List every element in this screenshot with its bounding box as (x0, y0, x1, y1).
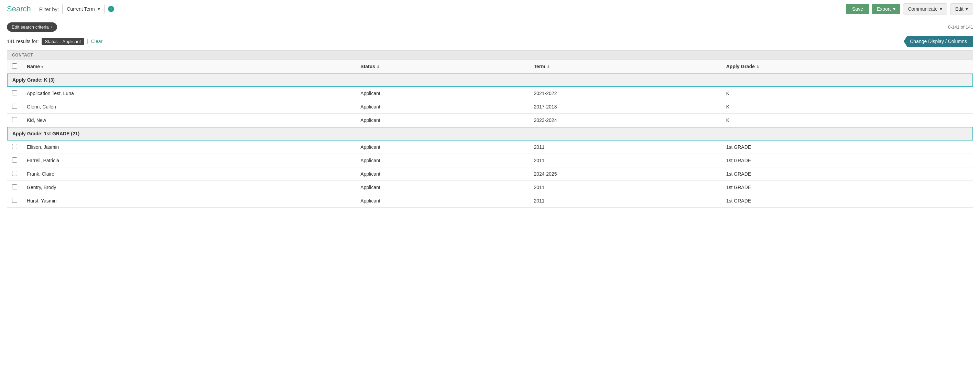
row-term: 2017-2018 (529, 100, 721, 113)
row-grade: K (721, 113, 973, 128)
toolbar-row: Edit search criteria › 0-141 of 141 (0, 18, 980, 34)
row-term: 2011 (529, 154, 721, 167)
edit-search-button[interactable]: Edit search criteria › (7, 22, 57, 32)
status-badge: Status = Applicant (41, 38, 84, 45)
row-term: 2024-2025 (529, 167, 721, 181)
row-checkbox-cell[interactable] (7, 113, 22, 128)
row-checkbox[interactable] (12, 184, 17, 189)
row-checkbox-cell[interactable] (7, 100, 22, 113)
apply-grade-sort-icon: ⇕ (756, 65, 759, 69)
edit-search-label: Edit search criteria (12, 24, 49, 30)
row-status: Applicant (356, 181, 529, 194)
edit-search-chevron-icon: › (51, 24, 52, 30)
row-checkbox-cell[interactable] (7, 140, 22, 154)
apply-grade-column-header[interactable]: Apply Grade ⇕ (721, 60, 973, 74)
communicate-button[interactable]: Communicate ▾ (903, 3, 947, 14)
row-status: Applicant (356, 113, 529, 128)
filter-dropdown[interactable]: Current Term ▾ (62, 4, 104, 14)
save-button[interactable]: Save (846, 4, 869, 14)
row-term: 2011 (529, 140, 721, 154)
filter-value: Current Term (67, 6, 95, 12)
row-checkbox[interactable] (12, 104, 17, 109)
row-name[interactable]: Glenn, Cullen (22, 100, 356, 113)
group-label: Apply Grade: K (3) (7, 74, 973, 86)
row-checkbox-cell[interactable] (7, 181, 22, 194)
chevron-down-icon: ▾ (98, 6, 100, 12)
select-all-checkbox[interactable] (12, 63, 17, 69)
row-name[interactable]: Ellison, Jasmin (22, 140, 356, 154)
row-term: 2023-2024 (529, 113, 721, 128)
row-checkbox[interactable] (12, 171, 17, 176)
row-checkbox[interactable] (12, 144, 17, 149)
row-term: 2011 (529, 194, 721, 208)
row-checkbox-cell[interactable] (7, 167, 22, 181)
select-all-header[interactable] (7, 60, 22, 74)
table-container: CONTACT Name ▾ Status ⇕ Term ⇕ (0, 50, 980, 208)
pipe-separator: | (87, 38, 88, 44)
row-name[interactable]: Gentry, Brody (22, 181, 356, 194)
table-header-row: Name ▾ Status ⇕ Term ⇕ Apply Grade ⇕ (7, 60, 973, 74)
name-sort-icon: ▾ (41, 65, 43, 69)
table-row: Kid, New Applicant 2023-2024 K (7, 113, 973, 128)
row-name[interactable]: Application Test, Luna (22, 86, 356, 100)
results-left: 141 results for: Status = Applicant | Cl… (7, 38, 102, 45)
row-status: Applicant (356, 86, 529, 100)
edit-label: Edit (955, 6, 964, 12)
results-row: 141 results for: Status = Applicant | Cl… (0, 34, 980, 50)
table-row: Frank, Claire Applicant 2024-2025 1st GR… (7, 167, 973, 181)
row-status: Applicant (356, 140, 529, 154)
results-count: 0-141 of 141 (948, 24, 973, 30)
row-grade: 1st GRADE (721, 194, 973, 208)
edit-chevron-icon: ▾ (966, 6, 968, 12)
export-button[interactable]: Export ▾ (872, 4, 900, 14)
row-status: Applicant (356, 100, 529, 113)
row-status: Applicant (356, 194, 529, 208)
status-sort-icon: ⇕ (377, 65, 380, 69)
row-checkbox[interactable] (12, 198, 17, 203)
contact-group-header: CONTACT (7, 50, 973, 59)
table-row: Application Test, Luna Applicant 2021-20… (7, 86, 973, 100)
group-label: Apply Grade: 1st GRADE (21) (7, 127, 973, 140)
group-row: Apply Grade: K (3) (7, 74, 973, 86)
status-column-header[interactable]: Status ⇕ (356, 60, 529, 74)
row-name[interactable]: Frank, Claire (22, 167, 356, 181)
row-checkbox-cell[interactable] (7, 86, 22, 100)
row-checkbox[interactable] (12, 90, 17, 95)
table-row: Farrell, Patricia Applicant 2011 1st GRA… (7, 154, 973, 167)
search-title[interactable]: Search (7, 5, 31, 13)
change-display-button[interactable]: Change Display / Columns (904, 36, 973, 47)
info-icon[interactable]: i (108, 6, 114, 12)
edit-button[interactable]: Edit ▾ (950, 3, 973, 14)
export-label: Export (877, 6, 891, 12)
communicate-label: Communicate (908, 6, 938, 12)
top-bar: Search Filter by: Current Term ▾ i Save … (0, 0, 980, 18)
group-row: Apply Grade: 1st GRADE (21) (7, 127, 973, 140)
filter-by-label: Filter by: (39, 6, 59, 12)
top-actions: Save Export ▾ Communicate ▾ Edit ▾ (846, 3, 973, 14)
row-grade: 1st GRADE (721, 167, 973, 181)
row-grade: 1st GRADE (721, 140, 973, 154)
row-checkbox[interactable] (12, 157, 17, 163)
term-column-header[interactable]: Term ⇕ (529, 60, 721, 74)
row-name[interactable]: Kid, New (22, 113, 356, 128)
row-name[interactable]: Hurst, Yasmin (22, 194, 356, 208)
row-checkbox-cell[interactable] (7, 154, 22, 167)
row-checkbox-cell[interactable] (7, 194, 22, 208)
row-checkbox[interactable] (12, 117, 17, 122)
name-column-header[interactable]: Name ▾ (22, 60, 356, 74)
row-term: 2011 (529, 181, 721, 194)
row-grade: K (721, 86, 973, 100)
row-status: Applicant (356, 154, 529, 167)
table-row: Ellison, Jasmin Applicant 2011 1st GRADE (7, 140, 973, 154)
row-grade: K (721, 100, 973, 113)
communicate-chevron-icon: ▾ (940, 6, 942, 12)
export-chevron-icon: ▾ (893, 6, 896, 12)
row-grade: 1st GRADE (721, 181, 973, 194)
clear-link[interactable]: Clear (91, 38, 102, 44)
term-sort-icon: ⇕ (547, 65, 550, 69)
table-row: Gentry, Brody Applicant 2011 1st GRADE (7, 181, 973, 194)
results-for-label: 141 results for: (7, 38, 39, 44)
row-status: Applicant (356, 167, 529, 181)
row-name[interactable]: Farrell, Patricia (22, 154, 356, 167)
table-row: Glenn, Cullen Applicant 2017-2018 K (7, 100, 973, 113)
